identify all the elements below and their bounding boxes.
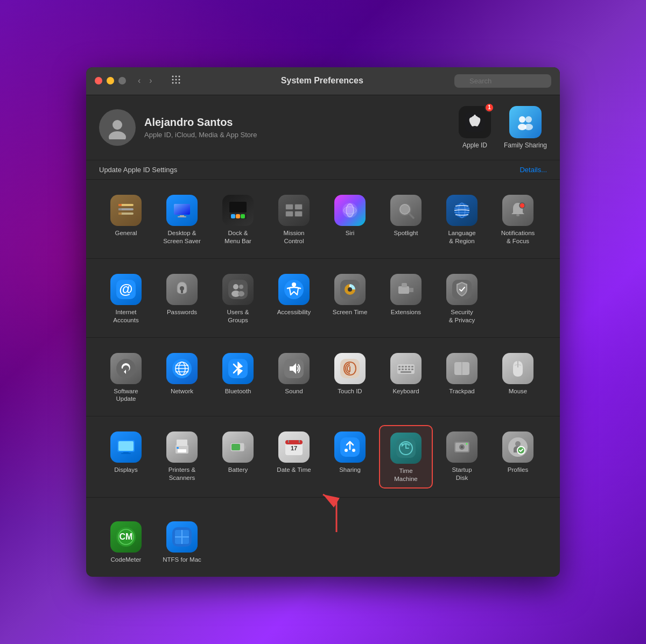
battery-icon — [222, 431, 254, 463]
pref-siri[interactable]: Siri — [323, 188, 377, 250]
avatar[interactable] — [99, 109, 136, 146]
svg-point-126 — [466, 443, 468, 445]
svg-rect-20 — [118, 208, 122, 210]
back-button[interactable]: ‹ — [135, 75, 144, 87]
svg-rect-103 — [177, 440, 187, 446]
pref-network[interactable]: Network — [155, 346, 209, 408]
accounts-grid: @ InternetAccounts Passwords — [99, 267, 547, 329]
language-icon — [446, 195, 478, 226]
pref-timemachine[interactable]: TimeMachine — [379, 425, 433, 489]
svg-point-13 — [525, 116, 532, 123]
accessibility-label: Accessibility — [277, 308, 311, 316]
mission-label: MissionControl — [284, 229, 305, 245]
svg-rect-85 — [402, 366, 404, 367]
svg-rect-87 — [408, 366, 410, 367]
pref-notifications[interactable]: Notifications& Focus — [491, 188, 545, 250]
codemeter-label: CodeMeter — [111, 556, 142, 564]
maximize-button[interactable] — [118, 77, 126, 84]
printers-label: Printers &Scanners — [168, 466, 196, 482]
pref-extensions[interactable]: Extensions — [379, 267, 433, 329]
details-link[interactable]: Details... — [519, 166, 547, 174]
svg-point-2 — [178, 75, 180, 77]
pref-keyboard[interactable]: Keyboard — [379, 346, 433, 408]
svg-rect-101 — [121, 453, 131, 454]
svg-rect-38 — [295, 211, 302, 216]
svg-point-3 — [172, 79, 173, 80]
keyboard-icon — [390, 353, 422, 384]
search-container: 🔍 — [454, 74, 551, 88]
pref-accessibility[interactable]: Accessibility — [267, 267, 321, 329]
svg-point-125 — [461, 446, 463, 448]
family-sharing-icon-item[interactable]: Family Sharing — [504, 106, 547, 149]
battery-label: Battery — [228, 466, 248, 474]
pref-touchid[interactable]: Touch ID — [323, 346, 377, 408]
svg-rect-65 — [398, 286, 409, 294]
ntfs-icon — [166, 521, 198, 553]
spotlight-icon — [390, 195, 422, 226]
pref-softwareupdate[interactable]: SoftwareUpdate — [99, 346, 153, 408]
bluetooth-label: Bluetooth — [225, 387, 251, 395]
update-banner: Update Apple ID Settings Details... — [86, 160, 560, 180]
pref-dock[interactable]: Dock &Menu Bar — [211, 188, 265, 250]
pref-mouse[interactable]: Mouse — [491, 346, 545, 408]
mouse-label: Mouse — [509, 387, 528, 395]
screentime-icon — [334, 274, 366, 305]
svg-point-50 — [519, 203, 525, 208]
svg-rect-35 — [286, 204, 293, 209]
pref-ntfs[interactable]: NTFS for Mac — [155, 515, 209, 568]
personal-grid: General — [99, 188, 547, 250]
close-button[interactable] — [95, 77, 102, 84]
pref-codemeter[interactable]: CM CodeMeter — [99, 515, 153, 568]
pref-desktop[interactable]: Desktop &Screen Saver — [155, 188, 209, 250]
apple-id-icon-item[interactable]: 1 Apple ID — [459, 106, 491, 149]
desktop-icon — [166, 195, 198, 226]
ntfs-label: NTFS for Mac — [163, 556, 201, 564]
pref-sharing[interactable]: Sharing — [323, 425, 377, 489]
desktop-label: Desktop &Screen Saver — [163, 229, 201, 245]
pref-datetime[interactable]: 17 Date & Time — [267, 425, 321, 489]
pref-bluetooth[interactable]: Bluetooth — [211, 346, 265, 408]
svg-rect-28 — [231, 214, 235, 218]
svg-rect-89 — [398, 369, 401, 370]
accessibility-icon — [278, 274, 310, 305]
passwords-label: Passwords — [167, 308, 197, 316]
grid-view-button[interactable] — [166, 73, 186, 89]
minimize-button[interactable] — [107, 77, 114, 84]
pref-sound[interactable]: Sound — [267, 346, 321, 408]
family-sharing-icon — [509, 106, 542, 138]
sound-icon — [278, 353, 310, 384]
profile-subtitle: Apple ID, iCloud, Media & App Store — [144, 131, 450, 139]
screentime-label: Screen Time — [333, 308, 368, 316]
pref-screentime[interactable]: Screen Time — [323, 267, 377, 329]
svg-rect-54 — [181, 289, 183, 293]
system-preferences-window: ‹ › System Preferences 🔍 — [86, 67, 560, 577]
pref-printers[interactable]: Printers &Scanners — [155, 425, 209, 489]
general-icon — [110, 195, 142, 226]
pref-general[interactable]: General — [99, 188, 153, 250]
svg-rect-84 — [398, 366, 401, 367]
pref-startupdisk[interactable]: StartupDisk — [435, 425, 489, 489]
pref-trackpad[interactable]: Trackpad — [435, 346, 489, 408]
pref-language[interactable]: Language& Region — [435, 188, 489, 250]
pref-profiles[interactable]: Profiles — [491, 425, 545, 489]
pref-spotlight[interactable]: Spotlight — [379, 188, 433, 250]
window-title: System Preferences — [194, 76, 450, 86]
svg-rect-29 — [236, 214, 240, 218]
pref-security[interactable]: Security& Privacy — [435, 267, 489, 329]
pref-displays[interactable]: Displays — [99, 425, 153, 489]
pref-passwords[interactable]: Passwords — [155, 267, 209, 329]
pref-battery[interactable]: Battery — [211, 425, 265, 489]
printers-icon — [166, 431, 198, 463]
search-input[interactable] — [454, 74, 551, 88]
pref-users[interactable]: Users &Groups — [211, 267, 265, 329]
pref-mission[interactable]: MissionControl — [267, 188, 321, 250]
hardware-grid: SoftwareUpdate Network — [99, 346, 547, 408]
pref-internet[interactable]: @ InternetAccounts — [99, 267, 153, 329]
forward-button[interactable]: › — [146, 75, 155, 87]
touchid-label: Touch ID — [338, 387, 362, 395]
family-sharing-label: Family Sharing — [504, 141, 547, 149]
update-text: Update Apple ID Settings — [99, 166, 177, 174]
internet-label: InternetAccounts — [113, 308, 138, 324]
users-label: Users &Groups — [227, 308, 249, 324]
spotlight-label: Spotlight — [394, 229, 418, 237]
